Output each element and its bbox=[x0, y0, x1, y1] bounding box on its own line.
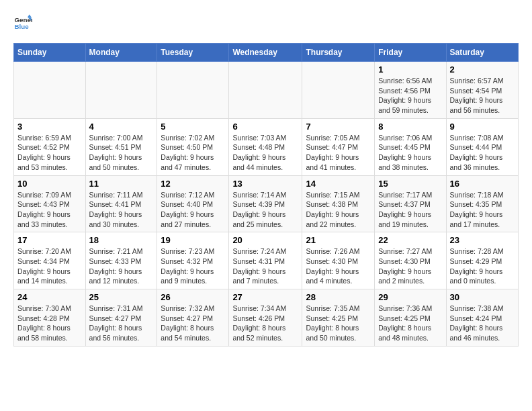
calendar-cell: 27Sunrise: 7:34 AM Sunset: 4:26 PM Dayli… bbox=[229, 289, 302, 347]
day-number: 4 bbox=[89, 122, 154, 132]
day-number: 10 bbox=[17, 179, 82, 189]
calendar-header-row: SundayMondayTuesdayWednesdayThursdayFrid… bbox=[14, 44, 519, 62]
day-number: 26 bbox=[161, 292, 225, 302]
calendar-week-row: 24Sunrise: 7:30 AM Sunset: 4:28 PM Dayli… bbox=[14, 289, 519, 347]
day-number: 30 bbox=[450, 292, 515, 302]
day-number: 25 bbox=[89, 292, 154, 302]
header: General Blue bbox=[13, 13, 519, 32]
day-number: 18 bbox=[89, 235, 154, 245]
calendar-cell: 5Sunrise: 7:02 AM Sunset: 4:50 PM Daylig… bbox=[157, 118, 229, 175]
day-info: Sunrise: 7:27 AM Sunset: 4:30 PM Dayligh… bbox=[378, 246, 442, 286]
logo-icon: General Blue bbox=[13, 13, 32, 32]
day-info: Sunrise: 7:36 AM Sunset: 4:25 PM Dayligh… bbox=[378, 304, 442, 343]
day-info: Sunrise: 7:14 AM Sunset: 4:39 PM Dayligh… bbox=[232, 190, 298, 230]
calendar-cell bbox=[229, 62, 302, 119]
calendar-cell: 4Sunrise: 7:00 AM Sunset: 4:51 PM Daylig… bbox=[85, 118, 157, 175]
day-info: Sunrise: 7:31 AM Sunset: 4:27 PM Dayligh… bbox=[89, 304, 154, 343]
day-info: Sunrise: 7:30 AM Sunset: 4:28 PM Dayligh… bbox=[17, 304, 82, 343]
calendar-cell: 19Sunrise: 7:23 AM Sunset: 4:32 PM Dayli… bbox=[157, 232, 229, 289]
calendar-cell: 26Sunrise: 7:32 AM Sunset: 4:27 PM Dayli… bbox=[157, 289, 229, 347]
weekday-header: Wednesday bbox=[229, 44, 302, 62]
day-number: 5 bbox=[161, 122, 225, 132]
day-number: 8 bbox=[378, 122, 442, 132]
day-number: 7 bbox=[306, 122, 371, 132]
weekday-header: Sunday bbox=[14, 44, 86, 62]
day-number: 12 bbox=[161, 179, 225, 189]
calendar-cell: 22Sunrise: 7:27 AM Sunset: 4:30 PM Dayli… bbox=[375, 232, 446, 289]
day-info: Sunrise: 7:00 AM Sunset: 4:51 PM Dayligh… bbox=[89, 133, 154, 173]
day-info: Sunrise: 7:12 AM Sunset: 4:40 PM Dayligh… bbox=[161, 190, 225, 230]
day-info: Sunrise: 7:03 AM Sunset: 4:48 PM Dayligh… bbox=[232, 133, 298, 173]
svg-text:Blue: Blue bbox=[14, 23, 29, 30]
day-info: Sunrise: 6:57 AM Sunset: 4:54 PM Dayligh… bbox=[450, 76, 515, 116]
calendar-cell: 29Sunrise: 7:36 AM Sunset: 4:25 PM Dayli… bbox=[375, 289, 446, 347]
calendar-cell: 15Sunrise: 7:17 AM Sunset: 4:37 PM Dayli… bbox=[375, 175, 446, 232]
calendar-week-row: 3Sunrise: 6:59 AM Sunset: 4:52 PM Daylig… bbox=[14, 118, 519, 175]
day-number: 11 bbox=[89, 179, 154, 189]
day-info: Sunrise: 7:34 AM Sunset: 4:26 PM Dayligh… bbox=[232, 304, 298, 343]
calendar-table: SundayMondayTuesdayWednesdayThursdayFrid… bbox=[13, 43, 519, 347]
day-number: 16 bbox=[450, 179, 515, 189]
day-number: 15 bbox=[378, 179, 442, 189]
day-info: Sunrise: 7:24 AM Sunset: 4:31 PM Dayligh… bbox=[232, 246, 298, 286]
day-number: 14 bbox=[306, 179, 371, 189]
calendar-week-row: 17Sunrise: 7:20 AM Sunset: 4:34 PM Dayli… bbox=[14, 232, 519, 289]
day-number: 23 bbox=[450, 235, 515, 245]
calendar-cell: 8Sunrise: 7:06 AM Sunset: 4:45 PM Daylig… bbox=[375, 118, 446, 175]
day-info: Sunrise: 7:02 AM Sunset: 4:50 PM Dayligh… bbox=[161, 133, 225, 173]
calendar-cell bbox=[14, 62, 86, 119]
day-info: Sunrise: 7:09 AM Sunset: 4:43 PM Dayligh… bbox=[17, 190, 82, 230]
calendar-cell: 2Sunrise: 6:57 AM Sunset: 4:54 PM Daylig… bbox=[446, 62, 519, 119]
day-number: 27 bbox=[232, 292, 298, 302]
calendar-cell: 18Sunrise: 7:21 AM Sunset: 4:33 PM Dayli… bbox=[85, 232, 157, 289]
calendar-cell: 24Sunrise: 7:30 AM Sunset: 4:28 PM Dayli… bbox=[14, 289, 86, 347]
calendar-cell: 6Sunrise: 7:03 AM Sunset: 4:48 PM Daylig… bbox=[229, 118, 302, 175]
day-number: 29 bbox=[378, 292, 442, 302]
calendar-cell: 28Sunrise: 7:35 AM Sunset: 4:25 PM Dayli… bbox=[302, 289, 375, 347]
weekday-header: Thursday bbox=[302, 44, 375, 62]
day-info: Sunrise: 7:15 AM Sunset: 4:38 PM Dayligh… bbox=[306, 190, 371, 230]
weekday-header: Saturday bbox=[446, 44, 519, 62]
calendar-cell: 14Sunrise: 7:15 AM Sunset: 4:38 PM Dayli… bbox=[302, 175, 375, 232]
day-number: 19 bbox=[161, 235, 225, 245]
calendar-cell: 17Sunrise: 7:20 AM Sunset: 4:34 PM Dayli… bbox=[14, 232, 86, 289]
logo: General Blue bbox=[13, 13, 32, 32]
day-number: 3 bbox=[17, 122, 82, 132]
calendar-cell: 30Sunrise: 7:38 AM Sunset: 4:24 PM Dayli… bbox=[446, 289, 519, 347]
day-info: Sunrise: 7:20 AM Sunset: 4:34 PM Dayligh… bbox=[17, 246, 82, 286]
day-info: Sunrise: 7:18 AM Sunset: 4:35 PM Dayligh… bbox=[450, 190, 515, 230]
calendar-cell: 12Sunrise: 7:12 AM Sunset: 4:40 PM Dayli… bbox=[157, 175, 229, 232]
weekday-header: Tuesday bbox=[157, 44, 229, 62]
day-number: 21 bbox=[306, 235, 371, 245]
day-info: Sunrise: 7:21 AM Sunset: 4:33 PM Dayligh… bbox=[89, 246, 154, 286]
weekday-header: Monday bbox=[85, 44, 157, 62]
day-info: Sunrise: 7:11 AM Sunset: 4:41 PM Dayligh… bbox=[89, 190, 154, 230]
day-info: Sunrise: 7:23 AM Sunset: 4:32 PM Dayligh… bbox=[161, 246, 225, 286]
day-number: 24 bbox=[17, 292, 82, 302]
day-info: Sunrise: 7:28 AM Sunset: 4:29 PM Dayligh… bbox=[450, 246, 515, 286]
day-info: Sunrise: 7:17 AM Sunset: 4:37 PM Dayligh… bbox=[378, 190, 442, 230]
day-info: Sunrise: 7:38 AM Sunset: 4:24 PM Dayligh… bbox=[450, 304, 515, 343]
day-number: 1 bbox=[378, 64, 442, 75]
day-number: 22 bbox=[378, 235, 442, 245]
day-number: 28 bbox=[306, 292, 371, 302]
day-info: Sunrise: 6:59 AM Sunset: 4:52 PM Dayligh… bbox=[17, 133, 82, 173]
calendar-week-row: 10Sunrise: 7:09 AM Sunset: 4:43 PM Dayli… bbox=[14, 175, 519, 232]
calendar-week-row: 1Sunrise: 6:56 AM Sunset: 4:56 PM Daylig… bbox=[14, 62, 519, 119]
calendar-cell bbox=[302, 62, 375, 119]
day-number: 6 bbox=[232, 122, 298, 132]
day-info: Sunrise: 7:08 AM Sunset: 4:44 PM Dayligh… bbox=[450, 133, 515, 173]
day-number: 13 bbox=[232, 179, 298, 189]
calendar-cell: 25Sunrise: 7:31 AM Sunset: 4:27 PM Dayli… bbox=[85, 289, 157, 347]
day-number: 2 bbox=[450, 64, 515, 75]
calendar-cell: 16Sunrise: 7:18 AM Sunset: 4:35 PM Dayli… bbox=[446, 175, 519, 232]
calendar-cell: 10Sunrise: 7:09 AM Sunset: 4:43 PM Dayli… bbox=[14, 175, 86, 232]
calendar-cell: 21Sunrise: 7:26 AM Sunset: 4:30 PM Dayli… bbox=[302, 232, 375, 289]
day-info: Sunrise: 7:26 AM Sunset: 4:30 PM Dayligh… bbox=[306, 246, 371, 286]
calendar-cell bbox=[157, 62, 229, 119]
day-info: Sunrise: 6:56 AM Sunset: 4:56 PM Dayligh… bbox=[378, 76, 442, 116]
day-info: Sunrise: 7:06 AM Sunset: 4:45 PM Dayligh… bbox=[378, 133, 442, 173]
day-number: 20 bbox=[232, 235, 298, 245]
calendar-cell: 20Sunrise: 7:24 AM Sunset: 4:31 PM Dayli… bbox=[229, 232, 302, 289]
day-number: 17 bbox=[17, 235, 82, 245]
